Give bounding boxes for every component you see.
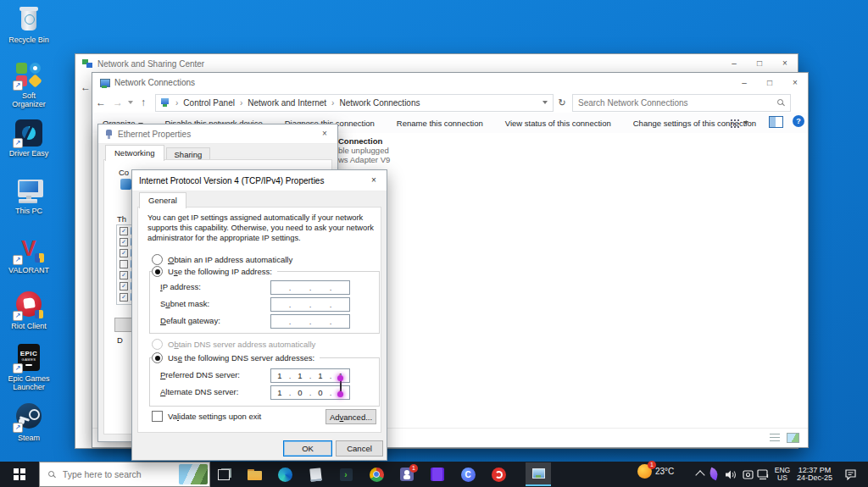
radio-obtain-ip[interactable]: Obtain an IP address automatically	[152, 254, 292, 265]
volume-tray-icon[interactable]	[725, 468, 737, 484]
toolbar-rename[interactable]: Rename this connection	[397, 119, 483, 128]
this-pc-icon	[14, 178, 44, 205]
taskbar-search-box[interactable]	[39, 462, 210, 487]
clock[interactable]: 12:37 PM 24-Dec-25	[793, 467, 836, 482]
checkbox-icon[interactable]: ✓	[120, 282, 128, 291]
desktop-icon-recycle-bin[interactable]: Recycle Bin	[4, 5, 53, 44]
details-view-icon[interactable]	[770, 434, 780, 442]
radio-icon[interactable]	[152, 254, 163, 265]
task-view-icon	[218, 469, 230, 480]
ethernet-tray-icon[interactable]	[757, 468, 770, 484]
desktop-icon-riot-client[interactable]: ↗ Riot Client	[4, 291, 53, 330]
breadcrumb-item-network-and-internet[interactable]: Network and Internet	[248, 98, 326, 108]
connection-item[interactable]: Connection ble unplugged ws Adapter V9	[338, 136, 390, 164]
terminal-app-button[interactable]: ›	[336, 464, 356, 484]
edge-button[interactable]	[275, 464, 295, 484]
checkbox-icon[interactable]: ✓	[120, 249, 128, 257]
taskbar-search-input[interactable]	[61, 468, 179, 480]
search-highlight-image[interactable]	[179, 464, 208, 484]
desktop-icon-this-pc[interactable]: This PC	[4, 178, 53, 215]
view-options-icon[interactable]	[730, 117, 748, 129]
radio-icon[interactable]	[152, 352, 163, 363]
nav-back-icon[interactable]: ←	[92, 97, 109, 108]
nav-history-chevron-icon[interactable]	[128, 101, 133, 104]
media-app-button[interactable]	[427, 464, 448, 484]
titlebar[interactable]: Ethernet Properties ×	[98, 125, 337, 144]
red-app-button[interactable]	[488, 464, 509, 484]
minimize-button[interactable]: –	[721, 54, 747, 73]
chrome-button[interactable]	[366, 464, 387, 484]
radio-use-dns[interactable]: Use the following DNS server addresses:	[152, 352, 320, 363]
radio-label: Use the following IP address:	[168, 267, 272, 276]
start-button[interactable]	[0, 462, 39, 487]
tab-networking[interactable]: Networking	[105, 145, 164, 161]
minimize-button[interactable]: –	[732, 74, 757, 92]
radio-obtain-dns[interactable]: Obtain DNS server address automatically	[152, 339, 315, 350]
tray-expand-chevron-icon[interactable]	[695, 469, 705, 479]
desktop-icon-driver-easy[interactable]: ↗ Driver Easy	[4, 119, 53, 158]
teams-button[interactable]: 1	[397, 464, 417, 484]
address-dropdown-chevron-icon[interactable]	[542, 101, 548, 104]
ip-address-field[interactable]: ...	[270, 280, 350, 295]
close-button[interactable]: ×	[312, 125, 337, 143]
desktop-icon-steam[interactable]: ↗ Steam	[4, 403, 53, 442]
desktop-icon-epic-games[interactable]: EPIC GAMES ↗ Epic Games Launcher	[4, 344, 53, 391]
close-button[interactable]: ×	[782, 74, 808, 92]
windows-logo-icon	[14, 468, 25, 480]
checkbox-icon[interactable]: ✓	[120, 271, 128, 279]
breadcrumb-item-network-connections[interactable]: Network Connections	[339, 98, 420, 108]
radio-icon[interactable]	[152, 339, 163, 350]
taskbar-active-window-button[interactable]	[526, 462, 551, 486]
titlebar[interactable]: Network and Sharing Center – □ ×	[75, 54, 798, 73]
action-center-icon[interactable]	[844, 468, 857, 484]
desktop-icon-soft-organizer[interactable]: ↗ Soft Organizer	[4, 61, 53, 108]
shortcut-arrow-icon: ↗	[13, 80, 23, 91]
task-view-button[interactable]	[214, 464, 234, 484]
window-title: Network Connections	[114, 78, 195, 87]
subnet-mask-field[interactable]: ...	[270, 297, 350, 312]
address-field[interactable]: › Control Panel › Network and Internet ›…	[155, 94, 554, 112]
cancel-button[interactable]: Cancel	[336, 440, 383, 457]
checkbox-icon[interactable]	[120, 260, 128, 268]
search-icon[interactable]	[777, 99, 784, 106]
back-button[interactable]: ←	[81, 81, 91, 93]
search-box[interactable]	[572, 94, 791, 112]
tray-app-icon[interactable]	[743, 468, 754, 484]
checkbox-icon[interactable]	[152, 411, 163, 422]
c-app-button[interactable]: C	[458, 464, 478, 484]
titlebar[interactable]: Network Connections – □ ×	[92, 73, 808, 92]
maximize-button[interactable]: □	[757, 74, 782, 92]
titlebar[interactable]: Internet Protocol Version 4 (TCP/IPv4) P…	[132, 170, 387, 191]
advanced-button[interactable]: Advanced...	[326, 409, 376, 424]
toolbar-view-status[interactable]: View status of this connection	[505, 119, 611, 128]
radio-use-ip[interactable]: Use the following IP address:	[152, 266, 277, 277]
close-button[interactable]: ×	[772, 54, 798, 73]
tab-general[interactable]: General	[139, 192, 186, 208]
breadcrumb-item-control-panel[interactable]: Control Panel	[183, 98, 235, 108]
search-input[interactable]	[573, 98, 777, 108]
maximize-button[interactable]: □	[747, 54, 772, 73]
desktop-icon-label: Steam	[4, 434, 53, 442]
notes-app-button[interactable]	[305, 464, 326, 484]
nav-up-icon[interactable]: ↑	[135, 97, 152, 108]
taskbar: › 1 C	[0, 462, 868, 487]
desktop-icon-valorant[interactable]: V ↗ VALORANT	[4, 235, 53, 274]
checkbox-icon[interactable]: ✓	[120, 238, 128, 246]
checkbox-icon[interactable]: ✓	[120, 227, 128, 235]
refresh-icon[interactable]: ↻	[554, 97, 570, 108]
help-icon[interactable]: ?	[793, 115, 804, 127]
nav-forward-icon[interactable]: →	[109, 97, 126, 108]
language-indicator[interactable]: ENG US	[772, 467, 793, 482]
default-gateway-field[interactable]: ...	[270, 314, 350, 329]
ok-button[interactable]: OK	[283, 440, 332, 457]
validate-checkbox[interactable]: Validate settings upon exit	[152, 411, 261, 422]
checkbox-icon[interactable]: ✓	[120, 293, 128, 302]
shortcut-arrow-icon: ↗	[13, 255, 23, 265]
feather-app-tray-icon[interactable]	[709, 468, 721, 480]
close-button[interactable]: ×	[361, 171, 387, 190]
thumbnail-view-icon[interactable]	[787, 433, 799, 443]
weather-widget[interactable]: 1 23°C	[637, 464, 674, 479]
preview-pane-icon[interactable]	[769, 116, 783, 128]
radio-icon[interactable]	[152, 266, 163, 277]
file-explorer-button[interactable]	[244, 464, 264, 484]
